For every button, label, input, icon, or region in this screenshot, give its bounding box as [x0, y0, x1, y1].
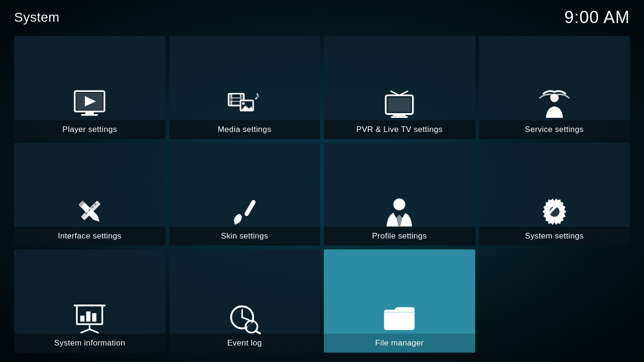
service-settings-label-bar: Service settings: [479, 120, 630, 139]
svg-line-44: [90, 329, 98, 333]
svg-rect-6: [229, 93, 232, 105]
system-information-label-bar: System information: [14, 334, 165, 353]
tile-skin-settings[interactable]: Skin settings: [169, 143, 321, 246]
tile-media-settings[interactable]: ♪ Media settings: [169, 36, 321, 139]
svg-point-30: [232, 213, 243, 225]
service-settings-label: Service settings: [525, 125, 584, 134]
eventlog-icon: [226, 300, 264, 337]
media-settings-label: Media settings: [218, 125, 272, 134]
svg-rect-4: [81, 114, 98, 116]
pvr-settings-label-bar: PVR & Live TV settings: [324, 120, 475, 139]
sysinfo-icon: [71, 300, 108, 337]
tile-interface-settings[interactable]: Interface settings: [14, 143, 165, 246]
svg-rect-40: [86, 312, 91, 322]
svg-rect-18: [393, 114, 406, 116]
svg-point-32: [394, 198, 405, 210]
skin-settings-label-bar: Skin settings: [169, 227, 321, 246]
service-icon: [536, 86, 573, 124]
svg-line-48: [242, 317, 248, 320]
tile-pvr-settings[interactable]: PVR & Live TV settings: [324, 36, 475, 139]
svg-point-11: [242, 102, 244, 104]
file-manager-label-bar: File manager: [324, 334, 475, 353]
file-manager-label: File manager: [375, 338, 424, 347]
skin-icon: [226, 193, 264, 230]
svg-point-51: [247, 322, 256, 331]
media-settings-label-bar: Media settings: [169, 120, 321, 139]
pvr-icon: [380, 86, 418, 124]
svg-rect-17: [388, 97, 411, 112]
settings-grid: Player settings ♪ Media settings: [0, 32, 644, 362]
player-settings-label-bar: Player settings: [14, 120, 165, 139]
svg-rect-3: [85, 111, 94, 114]
interface-settings-label: Interface settings: [58, 231, 122, 240]
tile-player-settings[interactable]: Player settings: [14, 36, 165, 139]
svg-rect-29: [244, 199, 256, 217]
app-header: System 9:00 AM: [0, 0, 644, 32]
pvr-settings-label: PVR & Live TV settings: [356, 125, 443, 134]
tile-file-manager[interactable]: File manager: [324, 249, 475, 353]
profile-icon: [380, 193, 418, 230]
player-settings-label: Player settings: [62, 125, 117, 134]
tile-event-log[interactable]: Event log: [169, 249, 321, 353]
svg-rect-19: [391, 116, 408, 118]
system-settings-icon: [536, 193, 573, 230]
interface-icon: [71, 193, 108, 230]
tile-system-settings[interactable]: System settings: [479, 143, 630, 246]
system-information-label: System information: [54, 338, 125, 347]
svg-rect-41: [92, 313, 97, 321]
interface-settings-label-bar: Interface settings: [14, 227, 165, 246]
svg-rect-52: [387, 313, 412, 329]
tile-service-settings[interactable]: Service settings: [479, 36, 630, 139]
clock: 9:00 AM: [564, 8, 630, 27]
svg-text:♪: ♪: [254, 89, 260, 102]
system-settings-label: System settings: [525, 231, 584, 240]
profile-settings-label-bar: Profile settings: [324, 227, 475, 246]
event-log-label: Event log: [227, 338, 262, 347]
svg-rect-39: [80, 316, 84, 322]
page-title: System: [14, 10, 59, 25]
filemanager-icon: [380, 300, 418, 337]
system-settings-label-bar: System settings: [479, 227, 630, 246]
svg-line-50: [256, 331, 260, 333]
player-icon: [71, 86, 108, 124]
event-log-label-bar: Event log: [169, 334, 321, 353]
svg-line-43: [81, 329, 90, 333]
media-icon: ♪: [226, 86, 264, 124]
skin-settings-label: Skin settings: [221, 231, 268, 240]
tile-profile-settings[interactable]: Profile settings: [324, 143, 475, 246]
profile-settings-label: Profile settings: [372, 231, 427, 240]
tile-system-information[interactable]: System information: [14, 249, 165, 353]
